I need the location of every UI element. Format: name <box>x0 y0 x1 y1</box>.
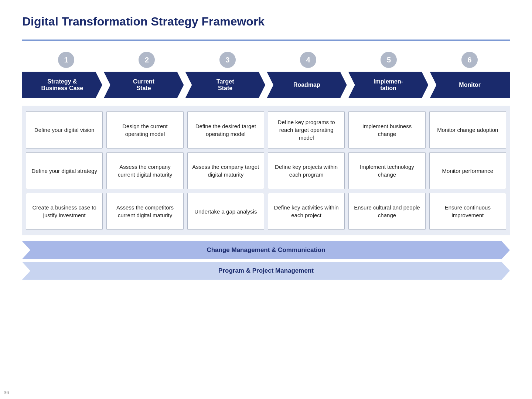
cell-row2-col6: Monitor performance <box>429 152 506 189</box>
cell-row3-col5: Ensure cultural and people change <box>348 193 425 230</box>
cell-row1-col4: Define key programs to reach target oper… <box>268 111 345 149</box>
cell-row2-col3: Assess the company target digital maturi… <box>187 152 264 189</box>
step-num-cell: 4 <box>268 52 348 68</box>
cell-row2-col2: Assess the company current digital matur… <box>106 152 183 189</box>
cell-row3-col4: Define key activities within each projec… <box>268 193 345 230</box>
cell-row2-col1: Define your digital strategy <box>26 152 103 189</box>
header-arrow-3: TargetState <box>185 72 265 98</box>
step-circle: 6 <box>461 52 478 68</box>
step-circle: 3 <box>219 52 236 68</box>
step-circle: 4 <box>300 52 316 68</box>
step-num-cell: 6 <box>429 52 510 68</box>
grid-row-1: Define your digital visionDesign the cur… <box>26 111 506 149</box>
header-arrow-5: Implemen-tation <box>348 72 429 98</box>
step-num-cell: 3 <box>187 52 268 68</box>
step-num-cell: 5 <box>348 52 429 68</box>
header-arrow-1: Strategy &Business Case <box>22 72 102 98</box>
content-area: Define your digital visionDesign the cur… <box>22 106 510 235</box>
step-num-cell: 1 <box>26 52 106 68</box>
page-number: 36 <box>4 390 9 395</box>
cell-row1-col1: Define your digital vision <box>26 111 103 149</box>
cell-row1-col3: Define the desired target operating mode… <box>187 111 264 149</box>
header-arrow-6: Monitor <box>430 72 510 98</box>
header-row: Strategy &Business CaseCurrentStateTarge… <box>22 72 510 98</box>
cell-row2-col4: Define key projects within each program <box>268 152 345 189</box>
header-arrow-2: CurrentState <box>104 72 184 98</box>
cell-row1-col6: Monitor change adoption <box>429 111 506 149</box>
divider <box>22 40 510 41</box>
cell-row2-col5: Implement technology change <box>348 152 425 189</box>
cell-row3-col2: Assess the competitors current digital m… <box>106 193 183 230</box>
banner-1: Change Management & Communication <box>22 241 510 259</box>
step-circle: 5 <box>381 52 397 68</box>
steps-row: 123456 <box>22 52 510 68</box>
banner-row: Change Management & CommunicationProgram… <box>22 241 510 280</box>
page-title: Digital Transformation Strategy Framewor… <box>22 15 510 28</box>
grid-row-3: Create a business case to justify invest… <box>26 193 506 230</box>
step-circle: 1 <box>58 52 74 68</box>
cell-row3-col6: Ensure continuous improvement <box>429 193 506 230</box>
header-arrow-4: Roadmap <box>267 72 347 98</box>
cell-row3-col3: Undertake a gap analysis <box>187 193 264 230</box>
cell-row3-col1: Create a business case to justify invest… <box>26 193 103 230</box>
cell-row1-col2: Design the current operating model <box>106 111 183 149</box>
banner-2: Program & Project Management <box>22 262 510 280</box>
step-num-cell: 2 <box>106 52 187 68</box>
cell-row1-col5: Implement business change <box>348 111 425 149</box>
step-circle: 2 <box>139 52 155 68</box>
grid-row-2: Define your digital strategyAssess the c… <box>26 152 506 189</box>
